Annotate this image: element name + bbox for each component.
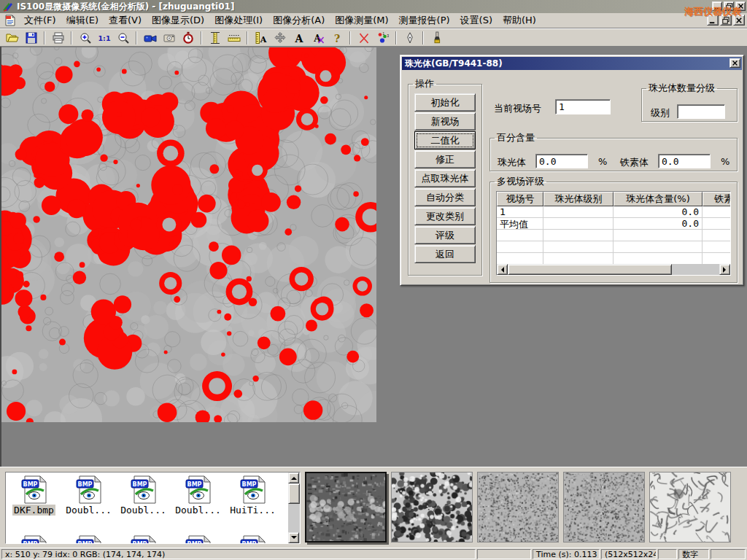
table-header-1[interactable]: 珠光体级别	[543, 192, 614, 206]
menu-item-4[interactable]: 图像处理(I)	[209, 12, 268, 28]
child-restore-button[interactable]	[720, 15, 732, 26]
close-button[interactable]	[735, 1, 746, 11]
file-item[interactable]	[7, 534, 61, 544]
table-row[interactable]	[497, 241, 730, 253]
table-header-2[interactable]: 珠光体含量(%)	[614, 192, 703, 206]
file-item-Doubl...[interactable]: Doubl...	[61, 475, 116, 516]
table-header-0[interactable]: 视场号	[497, 192, 543, 206]
scroll-left-button[interactable]	[497, 264, 508, 275]
print-button[interactable]	[49, 30, 67, 46]
status-empty-1	[477, 549, 531, 559]
zoom-in-button[interactable]	[76, 30, 94, 46]
open-folder-button[interactable]	[3, 30, 21, 46]
table-header-3[interactable]: 铁素体含量(%)	[703, 192, 731, 206]
text-button[interactable]: A	[290, 30, 308, 46]
table-cell: 平均值	[497, 218, 543, 229]
file-item[interactable]	[225, 534, 280, 544]
current-field-input[interactable]	[555, 99, 611, 114]
menu-item-5[interactable]: 图像分析(A)	[268, 12, 330, 28]
dialog-title-bar[interactable]: 珠光体(GB/T9441-88)	[402, 57, 742, 70]
file-item-Doubl...[interactable]: Doubl...	[116, 475, 171, 516]
help-icon: ?	[330, 31, 344, 44]
brush-button[interactable]	[427, 30, 446, 46]
menu-item-1[interactable]: 编辑(E)	[61, 12, 104, 28]
ferrite-percent-sign: %	[721, 156, 729, 167]
op-button-1[interactable]: 新视场	[414, 112, 476, 131]
menu-item-9[interactable]: 帮助(H)	[498, 12, 541, 28]
ferrite-percent-input[interactable]	[658, 154, 711, 168]
op-button-5[interactable]: 自动分类	[414, 188, 476, 206]
file-item-HuiTi...[interactable]: HuiTi...	[225, 475, 280, 516]
file-item[interactable]	[116, 534, 171, 544]
camera-button[interactable]	[160, 30, 178, 46]
table-horizontal-scrollbar[interactable]	[497, 264, 730, 275]
pen-tool-button[interactable]	[400, 30, 419, 46]
classify-dots-button[interactable]: 13	[374, 30, 392, 46]
pearlite-percent-input[interactable]	[535, 154, 588, 168]
scroll-down-button[interactable]	[288, 532, 299, 543]
curve-tool-button[interactable]	[355, 30, 373, 46]
menu-item-6[interactable]: 图像测量(M)	[330, 12, 393, 28]
menu-item-7[interactable]: 测量报告(P)	[394, 12, 455, 28]
stopwatch-button[interactable]	[179, 30, 197, 46]
menu-item-3[interactable]: 图像显示(D)	[147, 12, 209, 28]
curve-tool-icon	[357, 31, 371, 44]
move-tool-button[interactable]	[271, 30, 289, 46]
op-button-6[interactable]: 更改类别	[414, 207, 476, 225]
file-item[interactable]	[171, 534, 225, 544]
file-list-scrollbar[interactable]	[288, 472, 300, 543]
file-item-DKF.bmp[interactable]: DKF.bmp	[7, 475, 61, 516]
op-button-3[interactable]: 修正	[414, 150, 476, 168]
op-button-7[interactable]: 评级	[414, 226, 476, 244]
menu-item-0[interactable]: 文件(F)	[19, 12, 61, 28]
op-button-4[interactable]: 点取珠光体	[414, 169, 476, 187]
svg-text:3: 3	[387, 34, 389, 38]
op-button-0[interactable]: 初始化	[414, 93, 476, 112]
ruler-text-button[interactable]: A	[252, 30, 270, 46]
menu-item-2[interactable]: 查看(V)	[104, 12, 147, 28]
scroll-up-button[interactable]	[288, 472, 299, 483]
thumbnail-3[interactable]	[563, 472, 645, 542]
actual-size-button[interactable]: 1:1	[95, 30, 113, 46]
file-item-Doubl...[interactable]: Doubl...	[171, 475, 225, 516]
ferrite-label: 铁素体	[620, 156, 649, 169]
scrollbar-thumb[interactable]	[508, 264, 672, 275]
file-name: Doubl...	[64, 505, 113, 516]
zoom-in-icon	[79, 31, 92, 44]
bmp-file-icon	[184, 534, 213, 544]
document-icon[interactable]	[4, 15, 16, 26]
toolbar-separator	[44, 31, 45, 44]
file-item[interactable]	[61, 534, 116, 544]
thumbnail-2[interactable]	[477, 472, 559, 542]
horizontal-ruler-button[interactable]	[225, 30, 243, 46]
table-cell: 0.0	[614, 218, 703, 229]
file-scrollbar-thumb[interactable]	[288, 483, 300, 504]
table-row[interactable]	[497, 253, 730, 265]
help-button[interactable]: ?	[328, 30, 346, 46]
save-button[interactable]	[22, 30, 40, 46]
thumbnail-1[interactable]	[391, 472, 473, 542]
child-close-button[interactable]	[733, 15, 745, 26]
scroll-right-button[interactable]	[719, 264, 730, 275]
thumbnail-4[interactable]	[649, 472, 731, 542]
table-row[interactable]	[497, 230, 730, 241]
text-style-button[interactable]: A	[309, 30, 327, 46]
table-cell	[543, 241, 614, 252]
zoom-out-button[interactable]	[114, 30, 132, 46]
table-row[interactable]: 平均值0.0	[497, 218, 730, 230]
metallographic-image[interactable]	[1, 47, 376, 422]
video-camera-button[interactable]	[141, 30, 159, 46]
op-button-8[interactable]: 返回	[414, 245, 476, 263]
menu-item-8[interactable]: 设置(S)	[455, 12, 498, 28]
vertical-caliper-button[interactable]	[206, 30, 224, 46]
grade-input[interactable]	[677, 104, 725, 119]
op-button-2[interactable]: 二值化	[414, 131, 476, 149]
minimize-button[interactable]	[712, 1, 722, 11]
thumbnail-0[interactable]	[305, 472, 387, 542]
child-minimize-button[interactable]	[707, 15, 719, 26]
horizontal-ruler-icon	[228, 31, 241, 44]
toolbar-separator	[349, 31, 351, 44]
dialog-close-button[interactable]	[729, 58, 740, 68]
table-row[interactable]: 10.0	[497, 206, 730, 218]
restore-button[interactable]	[724, 1, 734, 11]
